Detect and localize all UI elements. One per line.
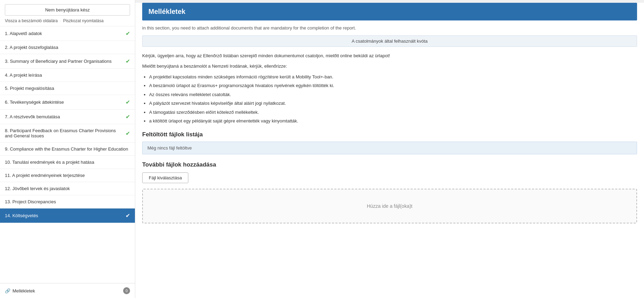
nav-3-check-icon: ✔ [126,58,130,65]
nav-9-label: 9. Compliance with the Erasmus Charter f… [5,146,130,152]
main-content: Mellékletek in this section, you need to… [135,0,644,298]
nav-2-nav-item[interactable]: 2. A projekt összefoglalása [0,41,135,54]
checklist-item-3: Az összes releváns mellékletet csatolták… [149,91,637,99]
nav-10-nav-item[interactable]: 10. Tanulási eredmények és a projekt hat… [0,156,135,169]
checklist-item-1: A projekttel kapcsolatos minden szüksége… [149,73,637,81]
checklist-intro-2: Mielőtt benyújtaná a beszámolót a Nemzet… [142,63,637,70]
sidebar-footer: 🔗 Mellékletek 0 [0,283,135,298]
nav-9-nav-item[interactable]: 9. Compliance with the Erasmus Charter f… [0,143,135,156]
paperclip-icon: 🔗 [5,288,10,293]
nav-8-check-icon: ✔ [126,130,130,137]
sidebar: Nem benyújtásra kész Vissza a beszámoló … [0,0,135,298]
drop-zone[interactable]: Húzza ide a fájl(oka)t [142,189,637,223]
nav-2-label: 2. A projekt összefoglalása [5,45,130,50]
sidebar-links: Vissza a beszámoló oldalára · Piszkozat … [5,18,130,23]
nav-5-nav-item[interactable]: 5. Projekt megvalósítása [0,82,135,95]
nav-14-label: 14. Költségvetés [5,213,123,218]
nav-3-nav-item[interactable]: 3. Summary of Beneficiary and Partner Or… [0,54,135,69]
nav-8-nav-item[interactable]: 8. Participant Feedback on Erasmus Chart… [0,124,135,143]
nav-1-label: 1. Alapvető adatok [5,31,123,36]
quota-label: A csatolmányok által felhasznált kvóta [352,39,428,44]
quota-bar: A csatolmányok által felhasznált kvóta [142,35,637,47]
nav-6-check-icon: ✔ [126,99,130,105]
divider: · [60,18,61,23]
nav-13-nav-item[interactable]: 13. Project Discrepancies [0,195,135,208]
checklist-item-4: A pályázót szervezet hivatalos képviselő… [149,99,637,107]
drop-zone-label: Húzza ide a fájl(oka)t [367,203,413,209]
nav-14-nav-item[interactable]: 14. Költségvetés✔ [0,208,135,223]
sidebar-top: Nem benyújtásra kész Vissza a beszámoló … [0,0,135,26]
nav-10-label: 10. Tanulási eredmények és a projekt hat… [5,160,130,165]
nav-12-label: 12. Jövőbeli tervek és javaslatok [5,186,130,191]
not-ready-button[interactable]: Nem benyújtásra kész [5,4,130,16]
section-title: Mellékletek [142,3,637,20]
nav-7-label: 7. A résztvevők bemutatása [5,114,123,119]
attachments-footer-label: Mellékletek [12,288,35,293]
checklist-item-2: A beszámoló ürlapot az Erasmus+ programo… [149,82,637,90]
nav-11-nav-item[interactable]: 11. A projekt eredményeinek terjesztése [0,169,135,182]
nav-7-nav-item[interactable]: 7. A résztvevők bemutatása✔ [0,110,135,124]
checklist-intro-1: Kérjük, ügyeljen arra, hogy az Ellenőrző… [142,52,637,59]
checklist-item-5: A támogatási szerződésben előírt kötelez… [149,108,637,116]
nav-5-label: 5. Projekt megvalósítása [5,86,130,91]
nav-13-label: 13. Project Discrepancies [5,199,130,204]
checklist-item-6: a kitöltött ürlapot egy példányát saját … [149,117,637,125]
back-to-report-link[interactable]: Vissza a beszámoló oldalára [5,18,58,23]
nav-4-label: 4. A projekt leírása [5,73,130,78]
nav-11-label: 11. A projekt eredményeinek terjesztése [5,173,130,178]
nav-6-nav-item[interactable]: 6. Tevékenységek áttekintése✔ [0,95,135,110]
footer-left: 🔗 Mellékletek [5,288,35,293]
nav-1-check-icon: ✔ [126,30,130,37]
nav-3-label: 3. Summary of Beneficiary and Partner Or… [5,59,123,64]
main-inner: Mellékletek in this section, you need to… [135,3,644,298]
checklist-list: A projekttel kapcsolatos minden szüksége… [149,73,637,125]
nav-1-nav-item[interactable]: 1. Alapvető adatok✔ [0,26,135,41]
sidebar-navigation: 1. Alapvető adatok✔2. A projekt összefog… [0,26,135,283]
choose-file-button[interactable]: Fájl kiválasztása [142,172,188,183]
nav-4-nav-item[interactable]: 4. A projekt leírása [0,69,135,82]
attachments-count-badge: 0 [123,287,130,294]
nav-8-label: 8. Participant Feedback on Erasmus Chart… [5,128,123,138]
no-files-message: Még nincs fájl feltöltve [142,142,637,154]
section-description: in this section, you need to attach addi… [142,25,637,31]
nav-12-nav-item[interactable]: 12. Jövőbeli tervek és javaslatok [0,182,135,195]
nav-6-label: 6. Tevékenységek áttekintése [5,100,123,105]
print-draft-link[interactable]: Piszkozat nyomtatása [63,18,104,23]
uploaded-files-title: Feltöltött fájlok listája [142,131,637,138]
nav-14-check-icon: ✔ [126,212,130,219]
add-files-title: További fájlok hozzáadása [142,161,637,168]
nav-7-check-icon: ✔ [126,113,130,120]
attachments-footer-item[interactable]: 🔗 Mellékletek 0 [0,283,135,298]
